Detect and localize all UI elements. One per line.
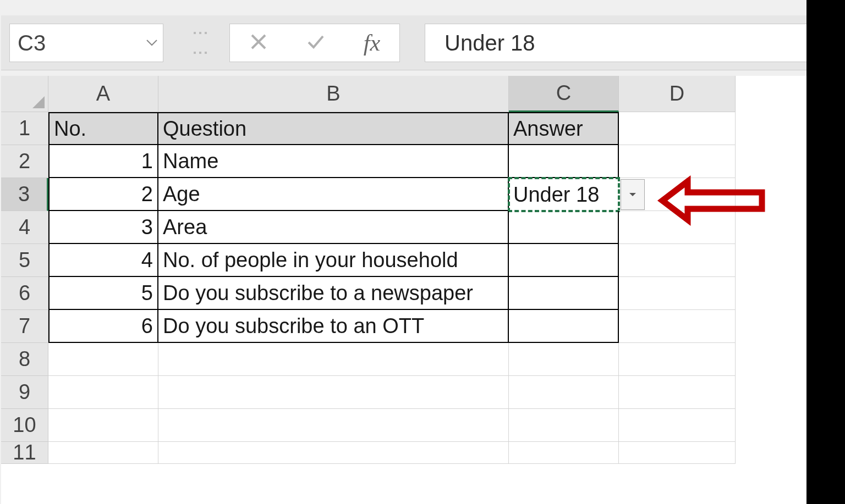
cell-b6[interactable]: Do you subscribe to a newspaper <box>158 277 509 310</box>
cell-a9[interactable] <box>48 376 158 409</box>
cell-d10[interactable] <box>619 409 736 442</box>
cell-d7[interactable] <box>619 310 736 343</box>
chevron-down-icon <box>628 191 637 198</box>
cell-d5[interactable] <box>619 244 736 277</box>
cell-d9[interactable] <box>619 376 736 409</box>
cells-area: No. Question Answer 1 Name 2 Age Under 1… <box>48 112 736 464</box>
row-header-8[interactable]: 8 <box>1 343 48 376</box>
row-header-10[interactable]: 10 <box>1 409 48 442</box>
row-header-6[interactable]: 6 <box>1 277 48 310</box>
cell-a5[interactable]: 4 <box>48 244 158 277</box>
formula-input[interactable]: Under 18 <box>425 24 838 62</box>
row-header-11[interactable]: 11 <box>1 442 48 464</box>
row-header-5[interactable]: 5 <box>1 244 48 277</box>
cell-b11[interactable] <box>158 442 509 464</box>
cell-a1[interactable]: No. <box>48 112 158 145</box>
col-header-b[interactable]: B <box>158 76 509 112</box>
name-box[interactable]: C3 <box>9 24 163 62</box>
row-header-2[interactable]: 2 <box>1 145 48 178</box>
cell-b7[interactable]: Do you subscribe to an OTT <box>158 310 509 343</box>
cell-b9[interactable] <box>158 376 509 409</box>
enter-button[interactable] <box>306 32 325 53</box>
cell-d1[interactable] <box>619 112 736 145</box>
x-icon <box>249 32 268 51</box>
row-header-4[interactable]: 4 <box>1 211 48 244</box>
cell-a7[interactable]: 6 <box>48 310 158 343</box>
cancel-button[interactable] <box>249 32 268 53</box>
cell-c9[interactable] <box>509 376 619 409</box>
cell-a11[interactable] <box>48 442 158 464</box>
cell-c10[interactable] <box>509 409 619 442</box>
cell-a4[interactable]: 3 <box>48 211 158 244</box>
col-header-a[interactable]: A <box>48 76 158 112</box>
select-all-button[interactable] <box>1 76 48 112</box>
cell-d4[interactable] <box>619 211 736 244</box>
cell-b8[interactable] <box>158 343 509 376</box>
name-box-value: C3 <box>18 31 46 56</box>
formula-bar: C3 fx Under 18 <box>1 15 845 70</box>
cell-c11[interactable] <box>509 442 619 464</box>
col-header-d[interactable]: D <box>619 76 736 112</box>
cell-c4[interactable] <box>509 211 619 244</box>
cell-b4[interactable]: Area <box>158 211 509 244</box>
check-icon <box>306 32 325 51</box>
spreadsheet-grid: A B C D 1 2 3 4 5 6 7 8 9 10 11 No. Ques… <box>1 76 845 504</box>
cell-b2[interactable]: Name <box>158 145 509 178</box>
cell-c8[interactable] <box>509 343 619 376</box>
row-header-3[interactable]: 3 <box>1 178 48 211</box>
cell-c2[interactable] <box>509 145 619 178</box>
cell-d11[interactable] <box>619 442 736 464</box>
cell-a3[interactable]: 2 <box>48 178 158 211</box>
formula-input-value: Under 18 <box>445 31 535 56</box>
column-headers: A B C D <box>48 76 736 112</box>
col-header-c[interactable]: C <box>509 76 619 112</box>
row-headers: 1 2 3 4 5 6 7 8 9 10 11 <box>1 112 48 464</box>
name-box-dropdown[interactable] <box>141 24 163 62</box>
cell-b1[interactable]: Question <box>158 112 509 145</box>
formula-bar-resize-handle[interactable] <box>189 32 211 54</box>
cell-b5[interactable]: No. of people in your household <box>158 244 509 277</box>
cell-c5[interactable] <box>509 244 619 277</box>
data-validation-dropdown[interactable] <box>621 179 645 210</box>
row-header-7[interactable]: 7 <box>1 310 48 343</box>
cell-c7[interactable] <box>509 310 619 343</box>
row-header-1[interactable]: 1 <box>1 112 48 145</box>
chevron-down-icon <box>146 39 157 47</box>
cell-b10[interactable] <box>158 409 509 442</box>
cell-d6[interactable] <box>619 277 736 310</box>
cell-d2[interactable] <box>619 145 736 178</box>
cell-a6[interactable]: 5 <box>48 277 158 310</box>
row-header-9[interactable]: 9 <box>1 376 48 409</box>
cell-a10[interactable] <box>48 409 158 442</box>
cell-c6[interactable] <box>509 277 619 310</box>
cell-c1[interactable]: Answer <box>509 112 619 145</box>
cell-b3[interactable]: Age <box>158 178 509 211</box>
cell-d8[interactable] <box>619 343 736 376</box>
cell-a2[interactable]: 1 <box>48 145 158 178</box>
cell-c3[interactable]: Under 18 <box>509 178 619 211</box>
black-side-panel <box>806 0 845 504</box>
insert-function-button[interactable]: fx <box>364 30 380 56</box>
cell-a8[interactable] <box>48 343 158 376</box>
formula-buttons: fx <box>229 24 400 62</box>
